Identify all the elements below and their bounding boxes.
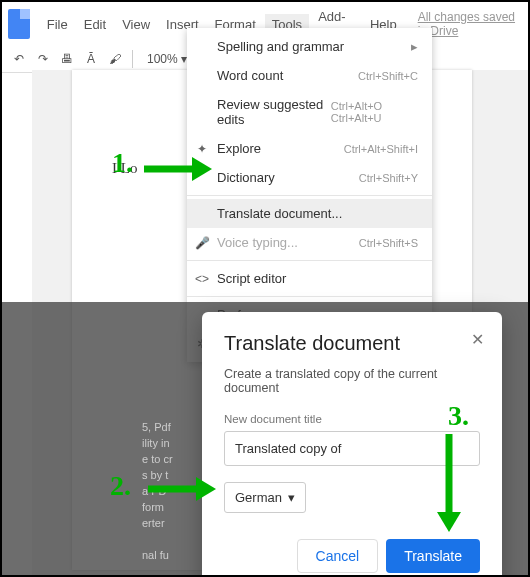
script-icon: <>	[195, 272, 209, 286]
redo-icon[interactable]: ↷	[34, 50, 52, 68]
menu-file[interactable]: File	[40, 14, 75, 35]
save-status[interactable]: All changes saved in Drive	[418, 10, 522, 38]
menu-separator	[187, 260, 432, 261]
dialog-subtitle: Create a translated copy of the current …	[224, 367, 480, 395]
toolbar-separator	[132, 50, 133, 68]
close-icon[interactable]: ✕	[471, 330, 484, 349]
annotation-arrow-3	[434, 432, 464, 532]
menu-view[interactable]: View	[115, 14, 157, 35]
mic-icon: 🎤	[195, 236, 209, 250]
title-field-label: New document title	[224, 413, 480, 425]
spellcheck-icon[interactable]: Ā	[82, 50, 100, 68]
chevron-down-icon: ▾	[288, 490, 295, 505]
dialog-actions: Cancel Translate	[224, 539, 480, 573]
docs-logo-icon[interactable]	[8, 9, 30, 39]
menu-item-spelling[interactable]: Spelling and grammar▸	[187, 32, 432, 61]
menu-separator	[187, 296, 432, 297]
paint-format-icon[interactable]: 🖌	[106, 50, 124, 68]
language-select[interactable]: German▾	[224, 482, 306, 513]
menu-item-script[interactable]: <> Script editor	[187, 264, 432, 293]
menu-item-translate[interactable]: Translate document...	[187, 199, 432, 228]
zoom-select[interactable]: 100% ▾	[141, 50, 193, 68]
menu-item-dictionary[interactable]: DictionaryCtrl+Shift+Y	[187, 163, 432, 192]
svg-marker-5	[437, 512, 461, 532]
svg-marker-3	[196, 477, 216, 501]
svg-marker-1	[192, 157, 212, 181]
annotation-1: 1.	[112, 147, 133, 179]
menu-item-wordcount[interactable]: Word countCtrl+Shift+C	[187, 61, 432, 90]
menu-separator	[187, 195, 432, 196]
print-icon[interactable]: 🖶	[58, 50, 76, 68]
menu-item-review[interactable]: Review suggested editsCtrl+Alt+O Ctrl+Al…	[187, 90, 432, 134]
annotation-2: 2.	[110, 470, 131, 502]
annotation-arrow-1	[142, 154, 212, 184]
undo-icon[interactable]: ↶	[10, 50, 28, 68]
menu-item-voice: 🎤 Voice typing...Ctrl+Shift+S	[187, 228, 432, 257]
chevron-right-icon: ▸	[411, 39, 418, 54]
menu-item-explore[interactable]: ✦ ExploreCtrl+Alt+Shift+I	[187, 134, 432, 163]
dialog-title: Translate document	[224, 332, 480, 355]
annotation-arrow-2	[146, 474, 216, 504]
translate-button[interactable]: Translate	[386, 539, 480, 573]
menu-edit[interactable]: Edit	[77, 14, 113, 35]
cancel-button[interactable]: Cancel	[297, 539, 379, 573]
annotation-3: 3.	[448, 400, 469, 432]
